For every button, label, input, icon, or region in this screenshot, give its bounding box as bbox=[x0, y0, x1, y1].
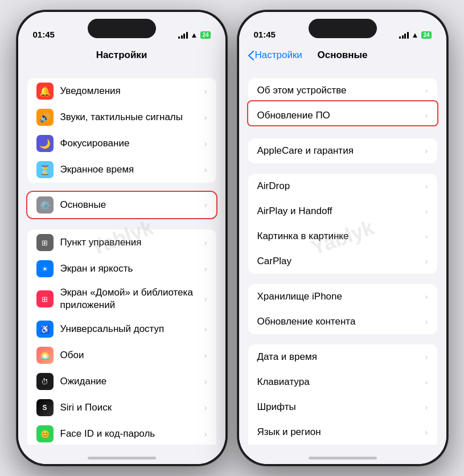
left-item-sounds[interactable]: 🔊 Звуки, тактильные сигналы › bbox=[27, 104, 216, 130]
right-applecare-group: AppleCare и гарантия › bbox=[248, 138, 437, 163]
right-item-airdrop[interactable]: AirDrop › bbox=[248, 174, 437, 199]
right-airplay-label: AirPlay и Handoff bbox=[257, 205, 422, 218]
chevron-icon: › bbox=[204, 429, 207, 438]
right-storage-label: Хранилище iPhone bbox=[257, 290, 422, 303]
right-item-pip[interactable]: Картинка в картинке › bbox=[248, 224, 437, 249]
homescreen-icon: ⊞ bbox=[36, 290, 54, 307]
right-item-keyboard[interactable]: Клавиатура › bbox=[248, 370, 437, 395]
chevron-icon: › bbox=[425, 111, 428, 120]
chevron-icon: › bbox=[204, 264, 207, 273]
right-fonts-label: Шрифты bbox=[257, 401, 422, 413]
right-battery-icon: 24 bbox=[421, 31, 431, 39]
left-accessibility-label: Универсальный доступ bbox=[60, 323, 201, 335]
left-notifications-label: Уведомления bbox=[60, 85, 201, 97]
right-nav-bar: Настройки Основные bbox=[239, 43, 446, 68]
chevron-icon: › bbox=[425, 86, 428, 95]
siri-icon: S bbox=[36, 399, 54, 416]
left-item-siri[interactable]: S Siri и Поиск › bbox=[27, 395, 216, 421]
right-item-storage[interactable]: Хранилище iPhone › bbox=[248, 284, 437, 309]
right-datetime-label: Дата и время bbox=[257, 351, 422, 363]
right-item-about[interactable]: Об этом устройстве › bbox=[248, 78, 437, 103]
signal-icon bbox=[178, 32, 188, 39]
chevron-icon: › bbox=[204, 139, 207, 148]
chevron-icon: › bbox=[425, 377, 428, 387]
right-item-datetime[interactable]: Дата и время › bbox=[248, 344, 437, 370]
right-software-update-label: Обновление ПО bbox=[257, 109, 422, 122]
right-item-software-update[interactable]: Обновление ПО › bbox=[248, 103, 437, 128]
chevron-icon: › bbox=[204, 165, 207, 174]
left-scroll-area[interactable]: 🔔 Уведомления › 🔊 Звуки, тактильные сигн… bbox=[18, 68, 225, 445]
chevron-icon: › bbox=[425, 428, 428, 437]
left-homescreen-label: Экран «Домой» и библиотека приложений bbox=[60, 286, 201, 311]
left-item-wallpaper[interactable]: 🌅 Обои › bbox=[27, 342, 216, 368]
left-item-standby[interactable]: ⏱ Ожидание › bbox=[27, 368, 216, 395]
left-screentime-label: Экранное время bbox=[60, 163, 201, 176]
right-device-group: Об этом устройстве › Обновление ПО › bbox=[248, 78, 437, 128]
right-item-language[interactable]: Язык и регион › bbox=[248, 420, 437, 445]
left-faceid-label: Face ID и код-пароль bbox=[60, 428, 201, 440]
right-item-airplay[interactable]: AirPlay и Handoff › bbox=[248, 199, 437, 224]
chevron-icon: › bbox=[204, 403, 207, 412]
faceid-icon: 😊 bbox=[36, 425, 54, 442]
wifi-icon: ▲ bbox=[191, 31, 198, 39]
chevron-icon: › bbox=[425, 352, 428, 362]
right-applecare-label: AppleCare и гарантия bbox=[257, 145, 422, 157]
control-center-icon: ⊞ bbox=[36, 234, 54, 251]
right-status-icons: ▲ 24 bbox=[399, 31, 432, 39]
left-item-general[interactable]: ⚙️ Основные › bbox=[27, 192, 216, 218]
sounds-icon: 🔊 bbox=[36, 109, 54, 126]
right-storage-group: Хранилище iPhone › Обновление контента › bbox=[248, 284, 437, 334]
right-item-applecare[interactable]: AppleCare и гарантия › bbox=[248, 138, 437, 163]
right-back-label: Настройки bbox=[255, 50, 302, 61]
left-item-screentime[interactable]: ⏳ Экранное время › bbox=[27, 157, 216, 183]
left-item-accessibility[interactable]: ♿ Универсальный доступ › bbox=[27, 316, 216, 342]
left-general-label: Основные bbox=[60, 199, 201, 211]
notifications-icon: 🔔 bbox=[36, 83, 54, 100]
left-home-indicator bbox=[18, 445, 225, 464]
right-status-time: 01:45 bbox=[254, 30, 276, 39]
left-item-display[interactable]: ☀ Экран и яркость › bbox=[27, 256, 216, 282]
right-item-bg-refresh[interactable]: Обновление контента › bbox=[248, 309, 437, 334]
right-signal-icon bbox=[399, 32, 409, 39]
back-chevron-icon bbox=[248, 51, 254, 60]
left-nav-title: Настройки bbox=[96, 50, 147, 61]
left-siri-label: Siri и Поиск bbox=[60, 401, 201, 414]
right-nav-back[interactable]: Настройки bbox=[248, 50, 302, 61]
left-sounds-label: Звуки, тактильные сигналы bbox=[60, 111, 201, 124]
left-nav-bar: Настройки bbox=[18, 43, 225, 68]
chevron-icon: › bbox=[204, 294, 207, 303]
right-pip-label: Картинка в картинке bbox=[257, 230, 422, 243]
focus-icon: 🌙 bbox=[36, 135, 54, 152]
left-item-control-center[interactable]: ⊞ Пункт управления › bbox=[27, 229, 216, 256]
right-phone: 01:45 ▲ 24 Настройки Основные bbox=[237, 10, 448, 466]
right-airdrop-label: AirDrop bbox=[257, 180, 422, 192]
right-datetime-group: Дата и время › Клавиатура › Шрифты › Язы… bbox=[248, 344, 437, 445]
left-status-icons: ▲ 24 bbox=[178, 31, 211, 39]
left-control-label: Пункт управления bbox=[60, 236, 201, 249]
chevron-icon: › bbox=[204, 377, 207, 386]
right-item-fonts[interactable]: Шрифты › bbox=[248, 395, 437, 420]
left-item-focus[interactable]: 🌙 Фокусирование › bbox=[27, 130, 216, 157]
left-general-group-highlighted: ⚙️ Основные › bbox=[26, 191, 217, 219]
battery-icon: 24 bbox=[200, 31, 210, 39]
right-nav-title: Основные bbox=[317, 50, 367, 61]
left-home-bar bbox=[88, 457, 156, 459]
screentime-icon: ⏳ bbox=[36, 161, 54, 178]
left-display-label: Экран и яркость bbox=[60, 262, 201, 275]
chevron-icon: › bbox=[425, 146, 428, 155]
chevron-icon: › bbox=[425, 292, 428, 301]
right-scroll-area[interactable]: Об этом устройстве › Обновление ПО › App… bbox=[239, 68, 446, 445]
right-bg-refresh-label: Обновление контента bbox=[257, 315, 422, 328]
display-icon: ☀ bbox=[36, 260, 54, 277]
left-item-notifications[interactable]: 🔔 Уведомления › bbox=[27, 78, 216, 104]
left-focus-label: Фокусирование bbox=[60, 137, 201, 150]
left-item-faceid[interactable]: 😊 Face ID и код-пароль › bbox=[27, 421, 216, 445]
left-item-homescreen[interactable]: ⊞ Экран «Домой» и библиотека приложений … bbox=[27, 282, 216, 316]
wallpaper-icon: 🌅 bbox=[36, 347, 54, 364]
left-wallpaper-label: Обои bbox=[60, 349, 201, 362]
accessibility-icon: ♿ bbox=[36, 321, 54, 338]
right-carplay-label: CarPlay bbox=[257, 255, 422, 268]
right-item-carplay[interactable]: CarPlay › bbox=[248, 249, 437, 274]
chevron-icon: › bbox=[204, 325, 207, 334]
left-phone: 01:45 ▲ 24 Настройки 🔔 Ув bbox=[17, 10, 227, 466]
